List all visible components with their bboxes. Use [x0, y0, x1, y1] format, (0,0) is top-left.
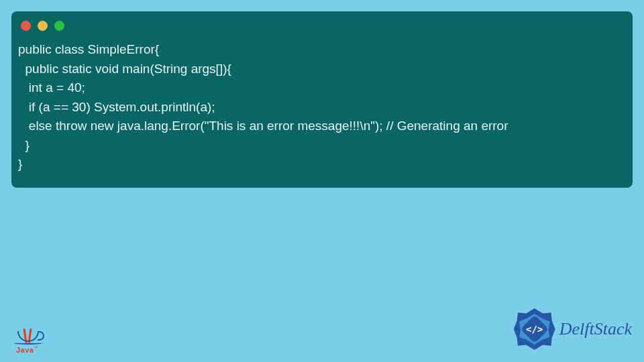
delftstack-text: DelftStack: [559, 319, 632, 339]
minimize-icon: [38, 21, 48, 31]
code-line: public class SimpleError{: [18, 42, 159, 56]
java-tm: ™: [34, 346, 38, 350]
code-line: public static void main(String args[]){: [18, 62, 231, 76]
code-block: public class SimpleError{ public static …: [11, 36, 633, 178]
code-window: public class SimpleError{ public static …: [11, 11, 633, 188]
delftstack-badge-icon: </>: [514, 308, 555, 350]
code-line: if (a == 30) System.out.println(a);: [18, 100, 215, 114]
java-name: Java: [16, 346, 34, 354]
java-logo-text: Java™: [16, 346, 38, 354]
code-line: }: [18, 157, 22, 171]
close-icon: [21, 21, 31, 31]
delftstack-logo: </> DelftStack: [514, 308, 632, 350]
java-logo: Java™: [12, 307, 46, 354]
window-controls: [11, 11, 633, 36]
code-line: int a = 40;: [18, 80, 85, 95]
java-saucer-icon: [13, 341, 43, 345]
code-brackets-icon: </>: [526, 324, 543, 335]
java-cup-icon: [17, 331, 39, 342]
code-line: }: [18, 138, 30, 152]
maximize-icon: [54, 21, 64, 31]
code-line: else throw new java.lang.Error("This is …: [18, 119, 508, 133]
